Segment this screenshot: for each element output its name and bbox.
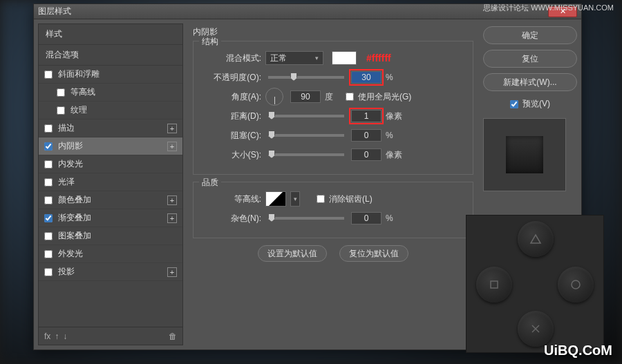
style-item-7[interactable]: 颜色叠加+ (39, 191, 182, 209)
contour-dropdown[interactable]: ▾ (290, 191, 300, 207)
reset-default-button[interactable]: 复位为默认值 (339, 245, 408, 262)
add-effect-icon[interactable]: + (167, 142, 177, 151)
styles-list: 斜面和浮雕等高线纹理描边+内阴影+内发光光泽颜色叠加+渐变叠加+图案叠加外发光投… (39, 66, 182, 327)
style-checkbox[interactable] (44, 232, 53, 240)
style-label: 纹理 (70, 104, 177, 116)
choke-slider[interactable] (268, 134, 344, 137)
style-item-9[interactable]: 图案叠加 (39, 227, 182, 245)
noise-slider[interactable] (268, 217, 344, 220)
style-label: 颜色叠加 (58, 194, 167, 206)
style-item-11[interactable]: 投影+ (39, 263, 182, 281)
style-item-10[interactable]: 外发光 (39, 245, 182, 263)
cancel-button[interactable]: 复位 (483, 50, 577, 68)
style-item-4[interactable]: 内阴影+ (39, 137, 182, 155)
style-checkbox[interactable] (57, 106, 65, 115)
style-label: 光泽 (58, 176, 177, 188)
style-checkbox[interactable] (44, 142, 53, 151)
distance-input[interactable]: 1 (351, 110, 381, 122)
fx-icon[interactable]: fx (44, 332, 50, 341)
blend-mode-value: 正常 (270, 52, 287, 64)
dpad-square-button[interactable] (476, 267, 512, 303)
style-item-6[interactable]: 光泽 (39, 173, 182, 191)
style-label: 投影 (58, 266, 167, 278)
choke-input[interactable]: 0 (351, 129, 381, 142)
svg-point-2 (572, 280, 580, 289)
dpad-circle-button[interactable] (558, 267, 594, 303)
ok-button[interactable]: 确定 (483, 26, 577, 44)
size-label: 大小(S): (202, 149, 261, 161)
style-item-3[interactable]: 描边+ (39, 119, 182, 137)
style-item-8[interactable]: 渐变叠加+ (39, 209, 182, 227)
noise-input[interactable]: 0 (351, 212, 381, 224)
add-effect-icon[interactable]: + (167, 213, 177, 223)
style-checkbox[interactable] (44, 214, 53, 222)
style-checkbox[interactable] (44, 178, 53, 186)
style-label: 内发光 (58, 158, 177, 170)
structure-legend: 结构 (199, 36, 221, 48)
style-checkbox[interactable] (44, 250, 53, 258)
add-effect-icon[interactable]: + (167, 124, 177, 133)
preview-checkbox[interactable] (510, 100, 518, 108)
dpad-overlay (466, 215, 604, 353)
dpad-triangle-button[interactable] (518, 221, 554, 257)
distance-label: 距离(D): (202, 111, 261, 122)
angle-dial[interactable] (265, 88, 283, 106)
style-label: 描边 (58, 122, 167, 134)
opacity-input[interactable]: 30 (351, 71, 381, 84)
style-checkbox[interactable] (44, 160, 53, 169)
sidebar-footer: fx ↑ ↓ 🗑 (39, 327, 182, 345)
angle-input[interactable]: 90 (290, 90, 321, 103)
color-swatch[interactable] (332, 51, 357, 65)
watermark-bottom: UiBQ.CoM (544, 343, 612, 358)
svg-rect-1 (491, 281, 498, 288)
contour-label: 等高线: (202, 193, 261, 205)
style-label: 等高线 (70, 86, 177, 98)
size-input[interactable]: 0 (351, 149, 381, 161)
angle-label: 角度(A): (202, 91, 261, 103)
new-style-button[interactable]: 新建样式(W)... (483, 73, 577, 91)
structure-fieldset: 结构 混合模式: 正常 ▾ #ffffff 不透明度(O): 30 % (193, 41, 473, 175)
angle-unit: 度 (325, 91, 341, 103)
distance-slider[interactable] (268, 115, 344, 117)
style-label: 斜面和浮雕 (58, 68, 177, 80)
make-default-button[interactable]: 设置为默认值 (258, 245, 327, 262)
style-checkbox[interactable] (44, 124, 53, 133)
antialias-checkbox[interactable] (317, 195, 325, 203)
distance-unit: 像素 (386, 111, 402, 122)
trash-icon[interactable]: 🗑 (169, 332, 177, 341)
size-slider[interactable] (268, 153, 344, 156)
style-item-5[interactable]: 内发光 (39, 155, 182, 173)
arrow-down-icon[interactable]: ↓ (63, 332, 67, 341)
add-effect-icon[interactable]: + (167, 195, 177, 205)
preview-label: 预览(V) (522, 98, 550, 110)
style-checkbox[interactable] (44, 268, 53, 276)
preview-thumbnail (506, 136, 543, 173)
style-checkbox[interactable] (44, 196, 53, 204)
opacity-label: 不透明度(O): (202, 72, 261, 84)
blend-mode-select[interactable]: 正常 ▾ (265, 51, 323, 65)
opacity-slider[interactable] (268, 76, 344, 79)
add-effect-icon[interactable]: + (167, 267, 177, 277)
sidebar-head-blend[interactable]: 混合选项 (39, 45, 182, 66)
contour-swatch[interactable] (265, 191, 286, 207)
noise-label: 杂色(N): (202, 213, 261, 224)
antialias-label: 消除锯齿(L) (329, 193, 373, 205)
style-label: 图案叠加 (58, 230, 177, 242)
dpad-cross-button[interactable] (518, 311, 554, 347)
style-checkbox[interactable] (44, 70, 53, 79)
sidebar-head-styles[interactable]: 样式 (39, 24, 182, 45)
global-light-checkbox[interactable] (346, 93, 354, 101)
preview-box (483, 118, 566, 191)
arrow-up-icon[interactable]: ↑ (55, 332, 59, 341)
style-item-1[interactable]: 等高线 (39, 84, 182, 102)
svg-marker-0 (531, 235, 540, 243)
settings-panel: 内阴影 结构 混合模式: 正常 ▾ #ffffff 不透明度(O): 30 (187, 23, 479, 345)
dialog-title: 图层样式 (38, 6, 71, 17)
global-light-label: 使用全局光(G) (358, 91, 411, 103)
style-item-0[interactable]: 斜面和浮雕 (39, 66, 182, 84)
style-checkbox[interactable] (57, 88, 65, 97)
style-item-2[interactable]: 纹理 (39, 102, 182, 119)
style-label: 内阴影 (58, 140, 167, 152)
watermark-top: 思缘设计论坛 WWW.MISSYUAN.COM (483, 3, 614, 13)
opacity-unit: % (386, 73, 402, 82)
